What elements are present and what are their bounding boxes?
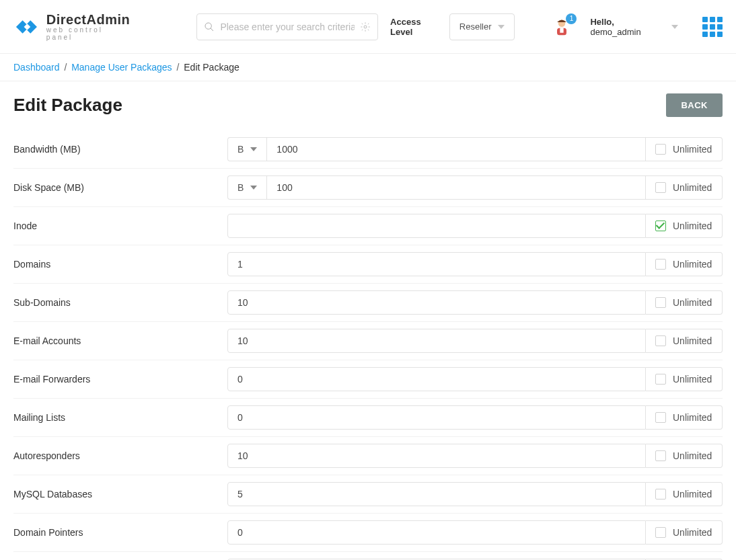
row-label: Domain Pointers <box>13 527 227 538</box>
row-controls: BUnlimited <box>227 175 723 200</box>
form-row: InodeUnlimited <box>13 207 723 245</box>
value-input[interactable] <box>227 252 646 276</box>
breadcrumb-manage-packages[interactable]: Manage User Packages <box>71 62 172 73</box>
value-input[interactable] <box>227 329 646 353</box>
row-controls: Unlimited <box>227 482 723 506</box>
unlimited-toggle[interactable]: Unlimited <box>646 329 723 353</box>
row-controls: Unlimited <box>227 252 723 276</box>
row-label: MySQL Databases <box>13 489 227 499</box>
value-input[interactable] <box>266 137 646 161</box>
row-controls: Unlimited <box>227 520 723 545</box>
form-row: MySQL DatabasesUnlimited <box>13 475 723 514</box>
form-row: AutorespondersUnlimited <box>13 437 723 475</box>
form-row <box>13 552 723 560</box>
value-input[interactable] <box>227 367 646 391</box>
checkbox-icon <box>655 259 666 270</box>
form-row: DomainsUnlimited <box>13 245 723 284</box>
unlimited-toggle[interactable]: Unlimited <box>646 175 723 200</box>
unlimited-toggle[interactable]: Unlimited <box>646 444 723 468</box>
value-input[interactable] <box>227 520 646 545</box>
gear-icon[interactable] <box>360 22 371 32</box>
checkbox-icon <box>655 374 666 385</box>
breadcrumb-dashboard[interactable]: Dashboard <box>13 62 60 73</box>
form-row: Domain PointersUnlimited <box>13 514 723 552</box>
form-row: Disk Space (MB)BUnlimited <box>13 169 723 207</box>
value-input[interactable] <box>227 405 646 430</box>
search-box[interactable] <box>196 13 378 40</box>
title-row: Edit Package BACK <box>0 81 736 124</box>
svg-point-3 <box>205 23 211 29</box>
breadcrumb-current: Edit Package <box>184 62 240 73</box>
form-row: Mailing ListsUnlimited <box>13 399 723 437</box>
checkbox-icon <box>655 144 666 155</box>
logo[interactable]: DirectAdmin web control panel <box>13 12 131 41</box>
value-input[interactable] <box>227 214 646 238</box>
user-greeting[interactable]: Hello, demo_admin <box>590 17 655 37</box>
chevron-down-icon <box>250 147 257 151</box>
unlimited-toggle[interactable]: Unlimited <box>646 520 723 545</box>
checkbox-icon <box>655 221 666 231</box>
unlimited-toggle[interactable]: Unlimited <box>646 367 723 391</box>
chevron-down-icon <box>250 186 257 190</box>
unlimited-toggle[interactable]: Unlimited <box>646 405 723 430</box>
row-label: Disk Space (MB) <box>13 182 227 193</box>
row-controls: Unlimited <box>227 444 723 468</box>
svg-point-5 <box>364 26 367 28</box>
checkbox-icon <box>655 297 666 308</box>
topbar: DirectAdmin web control panel Access Lev… <box>0 0 736 54</box>
row-label: E-mail Accounts <box>13 335 227 346</box>
checkbox-icon <box>655 182 666 193</box>
row-controls: Unlimited <box>227 290 723 315</box>
value-input[interactable] <box>227 444 646 468</box>
row-controls: Unlimited <box>227 329 723 353</box>
back-button[interactable]: BACK <box>666 93 723 117</box>
unit-select[interactable]: B <box>227 137 266 161</box>
form-row: E-mail ForwardersUnlimited <box>13 360 723 399</box>
package-form: Bandwidth (MB)BUnlimitedDisk Space (MB)B… <box>0 124 736 560</box>
page-title: Edit Package <box>13 95 122 116</box>
form-row: Sub-DomainsUnlimited <box>13 284 723 322</box>
row-controls: Unlimited <box>227 367 723 391</box>
checkbox-icon <box>655 412 666 423</box>
row-controls: Unlimited <box>227 214 723 238</box>
row-label: Mailing Lists <box>13 412 227 423</box>
form-row: Bandwidth (MB)BUnlimited <box>13 130 723 169</box>
chevron-down-icon[interactable] <box>671 25 678 29</box>
row-controls: Unlimited <box>227 405 723 430</box>
access-level-label: Access Level <box>390 17 437 37</box>
checkbox-icon <box>655 450 666 461</box>
breadcrumb: Dashboard / Manage User Packages / Edit … <box>0 54 736 81</box>
row-label: Domains <box>13 259 227 270</box>
search-icon <box>204 22 215 32</box>
row-label: Sub-Domains <box>13 297 227 308</box>
svg-rect-8 <box>560 28 564 32</box>
unlimited-toggle[interactable]: Unlimited <box>646 252 723 276</box>
search-input[interactable] <box>215 22 360 32</box>
logo-icon <box>13 13 40 40</box>
row-label: E-mail Forwarders <box>13 374 227 385</box>
unlimited-toggle[interactable]: Unlimited <box>646 290 723 315</box>
notification-badge: 1 <box>566 13 577 24</box>
row-controls: BUnlimited <box>227 137 723 161</box>
unlimited-toggle[interactable]: Unlimited <box>646 214 723 238</box>
value-input[interactable] <box>227 290 646 315</box>
form-row: E-mail AccountsUnlimited <box>13 322 723 360</box>
avatar[interactable]: 1 <box>552 17 571 36</box>
row-label: Inode <box>13 221 227 231</box>
chevron-down-icon <box>498 25 505 29</box>
apps-grid-icon[interactable] <box>702 17 723 37</box>
checkbox-icon <box>655 527 666 538</box>
row-label: Autoresponders <box>13 450 227 461</box>
unlimited-toggle[interactable]: Unlimited <box>646 482 723 506</box>
value-input[interactable] <box>266 175 646 200</box>
value-input[interactable] <box>227 482 646 506</box>
svg-line-4 <box>211 28 213 31</box>
unit-select[interactable]: B <box>227 175 266 200</box>
access-level-select[interactable]: Reseller <box>449 13 515 40</box>
logo-title: DirectAdmin <box>46 12 131 28</box>
row-label: Bandwidth (MB) <box>13 144 227 155</box>
logo-subtitle: web control panel <box>46 26 131 41</box>
checkbox-icon <box>655 335 666 346</box>
checkbox-icon <box>655 489 666 499</box>
unlimited-toggle[interactable]: Unlimited <box>646 137 723 161</box>
